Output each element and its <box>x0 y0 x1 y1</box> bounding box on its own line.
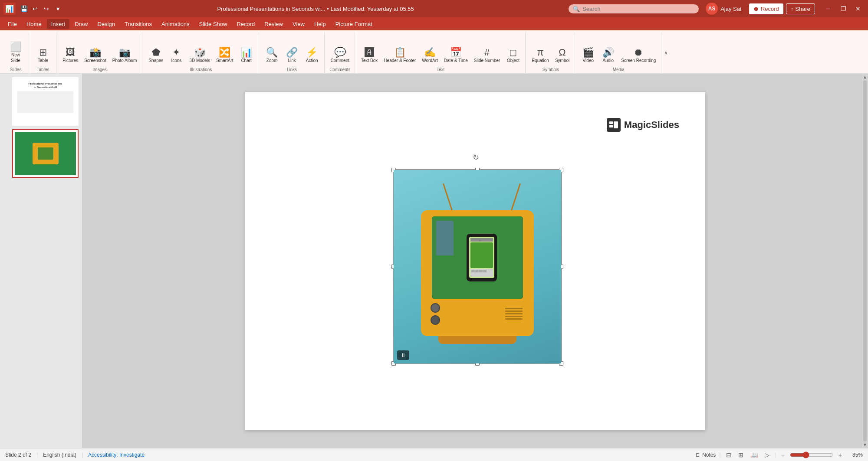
symbol-button[interactable]: Ω Symbol <box>552 46 572 65</box>
new-slide-button[interactable]: ⬜ NewSlide <box>5 40 26 65</box>
slide-1-thumb-body <box>17 91 73 113</box>
wordart-icon: ✍ <box>424 48 436 57</box>
wordart-button[interactable]: ✍ WordArt <box>419 46 441 65</box>
normal-view-button[interactable]: ⊟ <box>724 451 733 459</box>
menu-slideshow[interactable]: Slide Show <box>194 19 231 29</box>
scroll-up-button[interactable]: ▲ <box>863 75 867 79</box>
menu-help[interactable]: Help <box>310 19 330 29</box>
quick-access-toolbar: 💾 ↩ ↪ ▾ <box>19 4 62 13</box>
header-footer-button[interactable]: 📋 Header & Footer <box>381 46 418 65</box>
tv-image-container[interactable]: ↻ <box>393 169 562 364</box>
slide-1-thumbnail[interactable]: Professional Presentationsin Seconds wit… <box>12 77 79 126</box>
save-button[interactable]: 💾 <box>19 4 29 13</box>
datetime-button[interactable]: 📅 Date & Time <box>441 46 470 65</box>
menu-home[interactable]: Home <box>22 19 46 29</box>
comment-icon: 💬 <box>334 48 346 57</box>
icons-icon: ✦ <box>172 48 180 57</box>
slide-1-container: 1 Professional Presentationsin Seconds w… <box>3 77 79 126</box>
textbox-button[interactable]: 🅰 Text Box <box>358 46 380 65</box>
zoom-in-button[interactable]: + <box>837 451 844 459</box>
equation-button[interactable]: π Equation <box>529 46 551 65</box>
canvas-area[interactable]: MagicSlides ↻ <box>82 74 868 448</box>
close-button[interactable]: ✕ <box>852 3 865 15</box>
menu-picture-format[interactable]: Picture Format <box>331 19 377 29</box>
ribbon-group-slides: ⬜ NewSlide Slides <box>3 32 29 73</box>
media-controls[interactable]: ⏸ <box>397 350 409 360</box>
table-button[interactable]: ⊞ Table <box>33 46 53 65</box>
scroll-down-button[interactable]: ▼ <box>863 442 867 447</box>
menu-transitions[interactable]: Transitions <box>120 19 156 29</box>
audio-button[interactable]: 🔊 Audio <box>598 46 618 65</box>
link-button[interactable]: 🔗 Link <box>283 46 302 65</box>
notes-button[interactable]: 🗒 Notes <box>695 452 716 458</box>
zoom-slider[interactable] <box>790 451 833 458</box>
slideshow-button[interactable]: ▷ <box>763 451 771 459</box>
pictures-button[interactable]: 🖼 Pictures <box>60 46 81 65</box>
links-group-label: Links <box>263 66 322 73</box>
ribbon-group-links: 🔍 Zoom 🔗 Link ⚡ Action Links <box>260 32 325 73</box>
action-button[interactable]: ⚡ Action <box>302 46 322 65</box>
menu-animations[interactable]: Animations <box>157 19 194 29</box>
3d-models-button[interactable]: 🎲 3D Models <box>187 46 213 65</box>
audio-icon: 🔊 <box>602 48 614 57</box>
app-icon: 📊 <box>3 3 16 15</box>
illustrations-group-label: Illustrations <box>146 66 256 73</box>
screen-recording-icon: ⏺ <box>634 48 643 57</box>
ribbon-collapse-button[interactable]: ∧ <box>662 32 669 73</box>
video-icon: 🎬 <box>582 48 594 57</box>
scroll-thumb[interactable] <box>863 80 867 441</box>
tv-image: --- <box>394 170 561 363</box>
search-input[interactable] <box>582 6 678 12</box>
menu-review[interactable]: Review <box>260 19 287 29</box>
ribbon: ⬜ NewSlide Slides ⊞ Table Tables 🖼 Pictu… <box>0 30 868 74</box>
screen-recording-button[interactable]: ⏺ Screen Recording <box>618 46 658 65</box>
menu-record[interactable]: Record <box>232 19 259 29</box>
menu-insert[interactable]: Insert <box>47 19 70 29</box>
slide-2-container: 2 <box>3 129 79 178</box>
vertical-scrollbar[interactable]: ▲ ▼ <box>862 74 868 448</box>
customize-button[interactable]: ▾ <box>53 4 62 13</box>
svg-rect-0 <box>609 121 613 124</box>
slide-number-button[interactable]: # Slide Number <box>471 46 503 65</box>
smartart-button[interactable]: 🔀 SmartArt <box>214 46 236 65</box>
slide-2-thumbnail[interactable] <box>12 129 79 178</box>
separator-1: | <box>36 452 38 458</box>
object-button[interactable]: ◻ Object <box>503 46 523 65</box>
minimize-button[interactable]: ─ <box>822 3 835 15</box>
menu-view[interactable]: View <box>288 19 309 29</box>
ribbon-group-images: 🖼 Pictures 📸 Screenshot 📷 Photo Album Im… <box>57 32 142 73</box>
comment-button[interactable]: 💬 Comment <box>328 46 352 65</box>
zoom-button[interactable]: 🔍 Zoom <box>263 46 282 65</box>
undo-button[interactable]: ↩ <box>30 4 40 13</box>
reading-view-button[interactable]: 📖 <box>749 451 760 459</box>
slides-group-label: Slides <box>5 66 26 73</box>
accessibility-status[interactable]: Accessibility: Investigate <box>88 452 145 458</box>
rotation-handle[interactable]: ↻ <box>473 153 482 162</box>
search-icon: 🔍 <box>573 6 580 12</box>
zoom-out-button[interactable]: − <box>779 451 786 459</box>
share-button[interactable]: ↑ Share <box>786 3 815 14</box>
slide-sorter-button[interactable]: ⊞ <box>736 451 745 459</box>
screenshot-button[interactable]: 📸 Screenshot <box>82 46 109 65</box>
main-area: 1 Professional Presentationsin Seconds w… <box>0 74 868 448</box>
menu-design[interactable]: Design <box>93 19 119 29</box>
svg-rect-1 <box>609 125 613 128</box>
shapes-button[interactable]: ⬟ Shapes <box>146 46 166 65</box>
link-icon: 🔗 <box>286 48 298 57</box>
menu-draw[interactable]: Draw <box>70 19 92 29</box>
icons-button[interactable]: ✦ Icons <box>167 46 186 65</box>
header-footer-icon: 📋 <box>394 48 406 57</box>
record-icon: ⏺ <box>753 6 759 12</box>
photo-album-button[interactable]: 📷 Photo Album <box>110 46 140 65</box>
new-slide-icon: ⬜ <box>10 42 22 52</box>
record-button[interactable]: ⏺ Record <box>749 3 783 14</box>
datetime-icon: 📅 <box>450 48 462 57</box>
menu-file[interactable]: File <box>3 19 21 29</box>
separator-4: | <box>775 452 776 458</box>
search-box[interactable]: 🔍 <box>569 4 699 13</box>
restore-button[interactable]: ❐ <box>837 3 850 15</box>
redo-button[interactable]: ↪ <box>42 4 51 13</box>
ribbon-group-comments: 💬 Comment Comments <box>326 32 355 73</box>
chart-button[interactable]: 📊 Chart <box>237 46 256 65</box>
video-button[interactable]: 🎬 Video <box>579 46 598 65</box>
